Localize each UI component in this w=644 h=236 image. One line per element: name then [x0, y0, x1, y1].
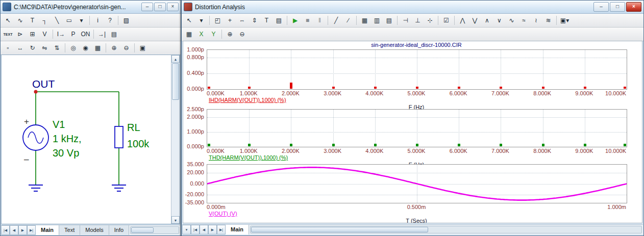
- next-page-button[interactable]: ▶: [208, 225, 217, 234]
- text-attributes-icon[interactable]: TEXT: [2, 29, 14, 40]
- valley-icon[interactable]: ⋁: [469, 15, 481, 26]
- scroll-up-arrow[interactable]: ▲: [171, 55, 180, 63]
- schematic-window-titlebar[interactable]: C:\MC9\DATA\Petrov\generator\sin-gen... …: [1, 1, 181, 14]
- powers-icon[interactable]: P: [67, 29, 79, 40]
- ground-symbol-left[interactable]: [29, 185, 43, 191]
- pin-connections-icon[interactable]: →|: [96, 29, 108, 40]
- plot-1-canvas[interactable]: [207, 49, 627, 90]
- first-page-button[interactable]: |◀: [1, 225, 10, 235]
- minimize-button[interactable]: –: [141, 3, 153, 11]
- data-points-icon[interactable]: ▦: [359, 15, 370, 26]
- low-icon[interactable]: ∨: [493, 15, 505, 26]
- vertical-scrollbar[interactable]: ▲ ▼: [171, 55, 180, 224]
- scroll-down-arrow[interactable]: ▼: [171, 216, 180, 224]
- ruler-icon[interactable]: ▤: [383, 15, 395, 26]
- find-part-icon[interactable]: ▨: [120, 15, 132, 26]
- minimize-button[interactable]: –: [593, 2, 609, 12]
- currents-icon[interactable]: I→: [55, 29, 67, 40]
- maximize-button[interactable]: □: [610, 2, 625, 12]
- go-to-y-icon[interactable]: Y: [208, 29, 219, 40]
- wire-tool-icon[interactable]: ┐: [39, 15, 51, 26]
- vertical-tag-icon[interactable]: ⊥: [412, 15, 424, 26]
- tab-text[interactable]: Text: [59, 225, 80, 235]
- high-icon[interactable]: ∧: [481, 15, 493, 26]
- component-icon[interactable]: ∿: [14, 15, 26, 26]
- inflection-icon[interactable]: ∿: [506, 15, 517, 26]
- tracker-icon[interactable]: ⊹: [424, 15, 436, 26]
- node-numbers-icon[interactable]: ⊞: [27, 29, 38, 40]
- flag-icon[interactable]: ⊳: [14, 29, 26, 40]
- tag-line-icon[interactable]: ∕: [342, 15, 354, 26]
- stop-icon[interactable]: ■: [302, 15, 313, 26]
- next-page-button[interactable]: ▶: [18, 225, 27, 235]
- global-low-icon[interactable]: ≀: [530, 15, 542, 26]
- prev-page-button[interactable]: ◀: [10, 225, 18, 235]
- numeric-output-icon[interactable]: ▦: [183, 29, 195, 40]
- clipboard-icon[interactable]: ▫: [2, 42, 14, 54]
- resistor-symbol[interactable]: [115, 126, 123, 148]
- first-page-button[interactable]: |◀: [191, 225, 200, 234]
- analysis-window-titlebar[interactable]: Distortion Analysis –□×: [182, 1, 643, 14]
- text-tool-icon[interactable]: T: [27, 15, 38, 26]
- line-tool-icon[interactable]: ╱: [330, 15, 342, 26]
- horizontal-scrollbar[interactable]: [130, 226, 179, 234]
- ground-symbol-right[interactable]: [112, 185, 126, 191]
- global-high-icon[interactable]: ≈: [518, 15, 530, 26]
- horizontal-scrollbar[interactable]: [250, 226, 642, 233]
- text-mode-icon[interactable]: T: [261, 15, 273, 26]
- node-voltages-icon[interactable]: V: [39, 29, 51, 40]
- select-icon[interactable]: ↖: [2, 15, 14, 26]
- find-repeat-icon[interactable]: ◉: [80, 42, 91, 54]
- plot-2-canvas[interactable]: [207, 109, 627, 147]
- zoom-in-icon[interactable]: ⊕: [108, 42, 120, 54]
- properties-icon[interactable]: ▤: [273, 15, 285, 26]
- tab-main[interactable]: Main: [36, 225, 59, 235]
- tab-info[interactable]: Info: [109, 225, 129, 235]
- close-button[interactable]: ×: [167, 3, 179, 11]
- flip-horizontal-icon[interactable]: ⇋: [39, 42, 51, 54]
- conditions-icon[interactable]: ON: [80, 29, 91, 40]
- vertical-scroll-thumb[interactable]: [172, 63, 179, 100]
- color-pages-dropdown-icon[interactable]: ▣▾: [559, 15, 571, 26]
- run-icon[interactable]: ▶: [289, 15, 301, 26]
- pause-icon[interactable]: ‖: [314, 15, 326, 26]
- plot-3-canvas[interactable]: [207, 164, 627, 203]
- help-mode-icon[interactable]: ?: [104, 15, 116, 26]
- scale-mode-icon[interactable]: ◰: [212, 15, 224, 26]
- select-icon[interactable]: ↖: [183, 15, 195, 26]
- flip-vertical-icon[interactable]: ⇅: [51, 42, 63, 54]
- image-icon[interactable]: ▣: [137, 42, 148, 54]
- last-page-button[interactable]: ▶|: [27, 225, 36, 235]
- tab-main[interactable]: Main: [226, 225, 249, 234]
- horizontal-scroll-thumb[interactable]: [251, 227, 428, 232]
- tab-list-dropdown[interactable]: ▾: [182, 225, 191, 234]
- shape-tools-dropdown-icon[interactable]: ▾: [195, 15, 207, 26]
- tokens-icon[interactable]: ▥: [371, 15, 383, 26]
- shapes-dropdown-icon[interactable]: ▾: [76, 15, 87, 26]
- move-icon[interactable]: ↔: [14, 42, 26, 54]
- zoom-in-icon[interactable]: ⊕: [224, 29, 236, 40]
- next-waveform-icon[interactable]: ≋: [542, 15, 554, 26]
- last-page-button[interactable]: ▶|: [217, 225, 226, 234]
- info-icon[interactable]: i: [92, 15, 104, 26]
- align-cursors-icon[interactable]: ☑: [440, 15, 452, 26]
- graphics-tool-icon[interactable]: ▭: [63, 15, 75, 26]
- zoom-out-icon[interactable]: ⊖: [236, 29, 248, 40]
- measure-horizontal-icon[interactable]: ⇔: [236, 15, 248, 26]
- go-to-x-icon[interactable]: X: [195, 29, 207, 40]
- cursor-mode-icon[interactable]: +: [224, 15, 236, 26]
- voltage-source-symbol[interactable]: [23, 125, 48, 150]
- measure-vertical-icon[interactable]: ⇕: [249, 15, 260, 26]
- schematic-canvas[interactable]: OUT + – V1 1 kHz, 30 Vp RL 100k: [2, 55, 171, 224]
- prev-page-button[interactable]: ◀: [200, 225, 208, 234]
- horizontal-scroll-thumb[interactable]: [131, 227, 154, 233]
- zoom-out-icon[interactable]: ⊖: [120, 42, 132, 54]
- tab-models[interactable]: Models: [80, 225, 109, 235]
- close-button[interactable]: ×: [626, 2, 641, 12]
- horizontal-tag-icon[interactable]: ⊣: [400, 15, 411, 26]
- diagonal-wire-icon[interactable]: ╲: [51, 15, 63, 26]
- grid-text-icon[interactable]: ▤: [108, 29, 120, 40]
- restore-button[interactable]: □: [154, 3, 166, 11]
- find-icon[interactable]: ◎: [67, 42, 79, 54]
- peak-icon[interactable]: ⋀: [457, 15, 468, 26]
